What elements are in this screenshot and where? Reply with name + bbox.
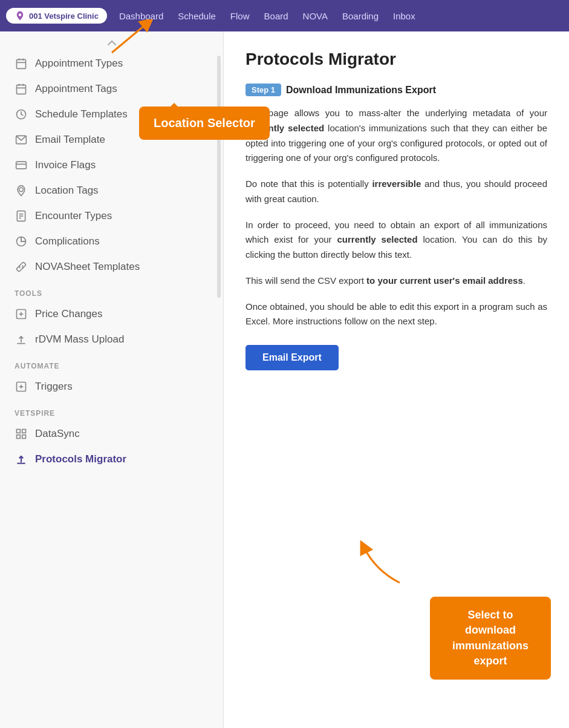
- svg-rect-32: [17, 435, 21, 439]
- nav-items: Dashboard Schedule Flow Board NOVA Board…: [119, 8, 563, 24]
- sidebar-item-location-tags[interactable]: Location Tags: [0, 178, 223, 203]
- sidebar-label-novasheet-templates: NOVASheet Templates: [35, 261, 140, 273]
- file-icon: [15, 209, 28, 223]
- sidebar-item-rdvm-mass-upload[interactable]: rDVM Mass Upload: [0, 327, 223, 352]
- sidebar-label-encounter-types: Encounter Types: [35, 210, 112, 222]
- envelope-icon: [15, 133, 28, 146]
- paragraph-4: This will send the CSV export to your cu…: [245, 274, 547, 289]
- calendar-tag-icon: [15, 82, 28, 96]
- svg-rect-30: [22, 430, 26, 433]
- svg-point-13: [19, 188, 24, 192]
- step-title: Download Immunizations Export: [286, 85, 436, 96]
- svg-rect-29: [17, 430, 21, 433]
- credit-card-icon: [15, 159, 28, 172]
- svg-rect-1: [17, 59, 26, 68]
- sidebar-item-invoice-flags[interactable]: Invoice Flags: [0, 152, 223, 178]
- sidebar-label-rdvm-mass-upload: rDVM Mass Upload: [35, 333, 124, 346]
- paragraph-5: Once obtained, you should be able to edi…: [245, 300, 547, 330]
- nav-boarding[interactable]: Boarding: [342, 8, 379, 24]
- sidebar-label-datasync: DataSync: [35, 428, 80, 440]
- nav-flow[interactable]: Flow: [230, 8, 250, 24]
- sidebar-item-price-changes[interactable]: Price Changes: [0, 301, 223, 327]
- nav-inbox[interactable]: Inbox: [393, 8, 415, 24]
- paragraph-2: Do note that this is potentially irrever…: [245, 177, 547, 207]
- grid-icon: [15, 427, 28, 441]
- svg-rect-11: [16, 162, 27, 169]
- calendar-icon: [15, 57, 28, 70]
- sidebar-label-invoice-flags: Invoice Flags: [35, 159, 96, 171]
- clinic-selector[interactable]: 001 Vetspire Clinic: [6, 8, 107, 24]
- svg-rect-31: [22, 435, 26, 439]
- sidebar-label-email-template: Email Template: [35, 134, 105, 146]
- top-nav: 001 Vetspire Clinic Dashboard Schedule F…: [0, 0, 569, 31]
- main-layout: Appointment Types Appointment Tags Sched…: [0, 31, 569, 728]
- pin-icon: [15, 184, 28, 197]
- section-automate: AUTOMATE: [0, 352, 223, 374]
- sidebar-item-protocols-migrator[interactable]: Protocols Migrator: [0, 447, 223, 472]
- plus-box-icon: [15, 307, 28, 321]
- email-export-button[interactable]: Email Export: [245, 345, 339, 370]
- upload-active-icon: [15, 453, 28, 466]
- sidebar-label-complications: Complications: [35, 235, 100, 248]
- page-title: Protocols Migrator: [245, 50, 547, 69]
- step-header: Step 1 Download Immunizations Export: [245, 84, 547, 96]
- upload-icon: [15, 333, 28, 346]
- sidebar-item-datasync[interactable]: DataSync: [0, 421, 223, 447]
- svg-point-0: [19, 13, 22, 16]
- svg-rect-18: [16, 262, 26, 272]
- download-tooltip-text: Select to download immunizations export: [452, 609, 528, 667]
- paragraph-3: In order to proceed, you need to obtain …: [245, 218, 547, 263]
- clinic-name: 001 Vetspire Clinic: [29, 11, 99, 21]
- download-tooltip: Select to download immunizations export: [430, 597, 551, 680]
- content-area: Protocols Migrator Step 1 Download Immun…: [224, 31, 569, 728]
- section-tools: TOOLS: [0, 280, 223, 301]
- sidebar-label-appointment-tags: Appointment Tags: [35, 83, 117, 95]
- sidebar-scrollbar[interactable]: [217, 56, 221, 298]
- sidebar-item-novasheet-templates[interactable]: NOVASheet Templates: [0, 254, 223, 280]
- nav-nova[interactable]: NOVA: [303, 8, 328, 24]
- bandage-icon: [15, 260, 28, 274]
- section-vetspire: VETSPIRE: [0, 399, 223, 421]
- paragraph-1: This page allows you to mass-alter the u…: [245, 106, 547, 166]
- location-arrow-icon: [106, 19, 160, 56]
- plus-circle-icon: [15, 380, 28, 393]
- nav-schedule[interactable]: Schedule: [178, 8, 216, 24]
- sidebar-label-protocols-migrator: Protocols Migrator: [35, 453, 126, 465]
- clinic-logo-icon: [15, 10, 25, 21]
- sidebar-item-complications[interactable]: Complications: [0, 229, 223, 254]
- download-arrow: [357, 540, 406, 589]
- sidebar-label-triggers: Triggers: [35, 381, 73, 393]
- sidebar-label-appointment-types: Appointment Types: [35, 57, 123, 70]
- sidebar-item-encounter-types[interactable]: Encounter Types: [0, 203, 223, 229]
- svg-rect-5: [17, 85, 26, 94]
- location-selector-tooltip: Location Selector: [139, 107, 270, 140]
- step-badge: Step 1: [245, 84, 281, 96]
- location-selector-tooltip-text: Location Selector: [154, 116, 255, 130]
- sidebar-label-schedule-templates: Schedule Templates: [35, 108, 128, 120]
- sidebar-item-appointment-tags[interactable]: Appointment Tags: [0, 76, 223, 102]
- nav-board[interactable]: Board: [264, 8, 288, 24]
- sidebar-label-location-tags: Location Tags: [35, 185, 99, 197]
- sidebar-item-triggers[interactable]: Triggers: [0, 374, 223, 399]
- clock-icon: [15, 108, 28, 121]
- sidebar-label-price-changes: Price Changes: [35, 308, 103, 320]
- pie-chart-icon: [15, 235, 28, 248]
